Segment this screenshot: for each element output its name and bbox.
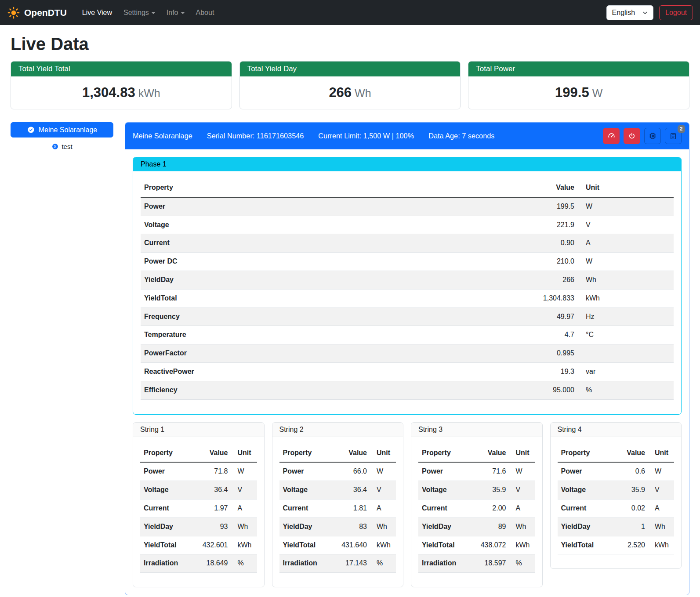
table-row: Current 1.81 A — [279, 499, 396, 517]
row-property: Power DC — [141, 253, 402, 271]
row-property: YieldTotal — [418, 536, 469, 554]
table-row: YieldTotal 438.072 kWh — [418, 536, 535, 554]
column-header-property: Property — [418, 444, 469, 463]
device-info-button[interactable] — [644, 128, 661, 144]
row-unit: % — [510, 554, 535, 573]
string-title: String 2 — [272, 423, 403, 437]
table-row: Voltage 35.9 V — [558, 481, 675, 499]
inverter-panel-header: Meine Solaranlage Serial Number: 1161716… — [125, 123, 689, 149]
row-unit: V — [649, 481, 674, 499]
row-value: 210.0 — [402, 253, 578, 271]
row-property: Power — [141, 197, 402, 216]
row-value: 36.4 — [191, 481, 231, 499]
summary-card: Total Power 199.5W — [468, 61, 689, 109]
column-header-property: Property — [558, 444, 613, 463]
cpu-icon — [649, 132, 657, 140]
row-value: 19.3 — [402, 362, 578, 381]
row-value: 83 — [330, 517, 370, 536]
row-value: 66.0 — [330, 462, 370, 481]
row-property: PowerFactor — [141, 344, 402, 363]
table-row: YieldTotal 431.640 kWh — [279, 536, 396, 554]
table-row: Power 71.8 W — [140, 462, 257, 481]
row-value: 36.4 — [330, 481, 370, 499]
power-button[interactable] — [624, 128, 640, 144]
row-value: 93 — [191, 517, 231, 536]
inverter-list-item[interactable]: test — [51, 143, 72, 150]
inverter-panel: Meine Solaranlage Serial Number: 1161716… — [125, 122, 689, 595]
column-header-property: Property — [141, 179, 402, 197]
phase-title: Phase 1 — [133, 157, 681, 171]
inverter-list: Meine Solaranlagetest — [11, 122, 113, 150]
row-property: YieldTotal — [558, 536, 613, 554]
language-select[interactable]: English — [606, 5, 653, 20]
row-unit: % — [578, 381, 674, 399]
row-property: YieldDay — [418, 517, 469, 536]
summary-card: Total Yield Total 1,304.83kWh — [11, 61, 232, 109]
row-value: 4.7 — [402, 326, 578, 344]
logout-button[interactable]: Logout — [659, 5, 693, 20]
column-header-value: Value — [613, 444, 649, 463]
row-property: YieldDay — [558, 517, 613, 536]
row-value: 2.520 — [613, 536, 649, 554]
string-card: String 3 Property Value Unit Power 71.6 … — [411, 422, 543, 588]
row-unit: var — [578, 362, 674, 381]
string-title: String 3 — [411, 423, 542, 437]
summary-card-value: 1,304.83 — [82, 85, 135, 100]
string-title: String 1 — [133, 423, 264, 437]
event-count-badge: 2 — [678, 125, 685, 133]
row-unit: A — [510, 499, 535, 517]
row-unit: kWh — [649, 536, 674, 554]
row-value: 0.02 — [613, 499, 649, 517]
row-value: 18.649 — [191, 554, 231, 573]
row-unit: V — [232, 481, 257, 499]
row-property: YieldDay — [140, 517, 191, 536]
row-unit: Wh — [232, 517, 257, 536]
table-row: YieldDay 1 Wh — [558, 517, 675, 536]
event-log-button[interactable]: 2 — [665, 128, 682, 144]
row-unit: Wh — [510, 517, 535, 536]
content-row: Meine Solaranlagetest Meine Solaranlage … — [11, 122, 689, 597]
table-row: Irradiation 18.649 % — [140, 554, 257, 573]
nav-item-info[interactable]: Info — [161, 5, 190, 20]
nav-item-live-view[interactable]: Live View — [76, 5, 118, 20]
power-icon — [628, 132, 636, 140]
table-row: Frequency 49.97 Hz — [141, 308, 674, 326]
nav-item-about[interactable]: About — [190, 5, 220, 20]
inverter-select-button[interactable]: Meine Solaranlage — [11, 122, 113, 137]
table-row: Irradiation 17.143 % — [279, 554, 396, 573]
row-property: Voltage — [140, 481, 191, 499]
inverter-limit: Current Limit: 1,500 W | 100% — [318, 132, 414, 140]
nav-links: Live ViewSettingsInfoAbout — [76, 5, 220, 20]
row-unit: Wh — [370, 517, 396, 536]
row-unit: W — [232, 462, 257, 481]
row-unit: W — [370, 462, 396, 481]
inverter-name: Meine Solaranlage — [133, 132, 192, 140]
summary-card-unit: Wh — [355, 87, 371, 99]
row-property: Voltage — [141, 216, 402, 234]
gauge-icon — [607, 132, 616, 140]
row-property: Irradiation — [140, 554, 191, 573]
column-header-value: Value — [402, 179, 578, 197]
row-unit: kWh — [578, 289, 674, 308]
caret-down-icon — [152, 12, 155, 14]
row-value: 199.5 — [402, 197, 578, 216]
table-row: YieldDay 83 Wh — [279, 517, 396, 536]
table-row: Current 0.02 A — [558, 499, 675, 517]
summary-card-body: 266Wh — [240, 76, 461, 109]
row-property: Irradiation — [418, 554, 469, 573]
sun-logo-icon — [7, 6, 20, 19]
table-row: Voltage 36.4 V — [279, 481, 396, 499]
table-row: Voltage 221.9 V — [141, 216, 674, 234]
column-header-property: Property — [140, 444, 191, 463]
brand[interactable]: OpenDTU — [7, 6, 67, 19]
string-card: String 2 Property Value Unit Power 66.0 … — [272, 422, 404, 588]
limit-settings-button[interactable] — [603, 128, 620, 144]
row-property: Temperature — [141, 326, 402, 344]
row-property: Current — [418, 499, 469, 517]
row-value: 266 — [402, 271, 578, 289]
table-row: Current 0.90 A — [141, 234, 674, 253]
row-value: 71.6 — [469, 462, 509, 481]
nav-item-settings[interactable]: Settings — [118, 5, 161, 20]
row-value: 35.9 — [469, 481, 509, 499]
inverter-link-label: test — [62, 143, 72, 150]
